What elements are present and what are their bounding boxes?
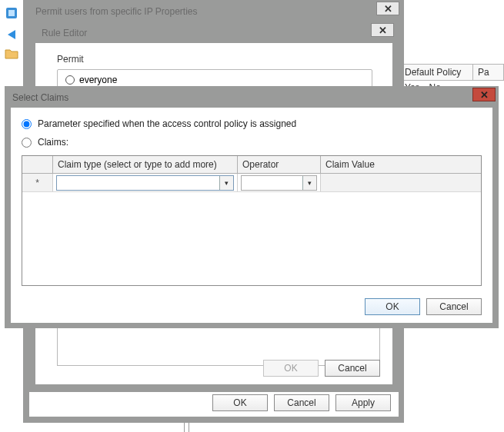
select-claims-close-button[interactable]: ✕ [472,88,496,101]
claims-table: Claim type (select or type to add more) … [22,155,482,286]
properties-title: Permit users from specific IP Properties [29,3,391,20]
chevron-down-icon: ▾ [302,176,316,190]
properties-ok-button[interactable]: OK [212,394,268,411]
app-icon [5,6,18,20]
chevron-down-icon: ▾ [219,176,233,190]
claim-value-cell[interactable] [321,174,481,191]
properties-footer: OK Cancel Apply [29,389,399,417]
col-claim-value[interactable]: Claim Value [321,156,481,173]
properties-cancel-button[interactable]: Cancel [274,394,329,411]
properties-close-button[interactable]: ✕ [376,2,399,15]
radio-parameter-input[interactable] [22,119,32,129]
operator-dropdown[interactable]: ▾ [241,175,317,191]
radio-icon [65,75,75,85]
permit-heading: Permit [57,54,380,65]
select-claims-cancel-button[interactable]: Cancel [426,298,482,315]
col-claim-type[interactable]: Claim type (select or type to add more) [53,156,238,173]
row-marker: * [22,174,53,191]
select-claims-ok-button[interactable]: OK [365,298,420,315]
col-marker [22,156,53,173]
grid-col-pa[interactable]: Pa [473,65,504,80]
claim-type-cell[interactable]: ▾ [53,174,238,191]
svg-rect-1 [8,10,15,16]
col-operator[interactable]: Operator [238,156,321,173]
everyone-label: everyone [79,75,117,85]
grid-col-default-policy[interactable]: Default Policy [400,65,473,80]
properties-apply-button[interactable]: Apply [335,394,391,411]
radio-parameter-specified[interactable]: Parameter specified when the access cont… [22,118,482,129]
folder-icon[interactable] [5,48,18,61]
radio-claims-label: Claims: [38,137,68,148]
claims-new-row: * ▾ ▾ [22,174,481,192]
claims-table-header: Claim type (select or type to add more) … [22,156,481,174]
radio-claims-input[interactable] [22,138,32,148]
select-claims-body: Parameter specified when the access cont… [11,108,492,323]
vertical-splitter[interactable] [182,423,192,432]
select-claims-footer: OK Cancel [365,298,482,315]
radio-parameter-label: Parameter specified when the access cont… [38,118,296,129]
rule-editor-ok-button[interactable]: OK [263,360,319,377]
rule-editor-footer: OK Cancel [35,360,392,377]
select-claims-title: Select Claims [6,89,468,106]
operator-cell[interactable]: ▾ [238,174,321,191]
select-claims-dialog: Select Claims ✕ Parameter specified when… [5,86,499,328]
claim-type-dropdown[interactable]: ▾ [56,175,234,191]
rule-editor-cancel-button[interactable]: Cancel [325,360,380,377]
rule-editor-title: Rule Editor [35,25,382,42]
back-arrow-icon[interactable] [5,28,18,42]
radio-claims[interactable]: Claims: [22,137,482,148]
rule-editor-close-button[interactable]: ✕ [371,23,394,37]
